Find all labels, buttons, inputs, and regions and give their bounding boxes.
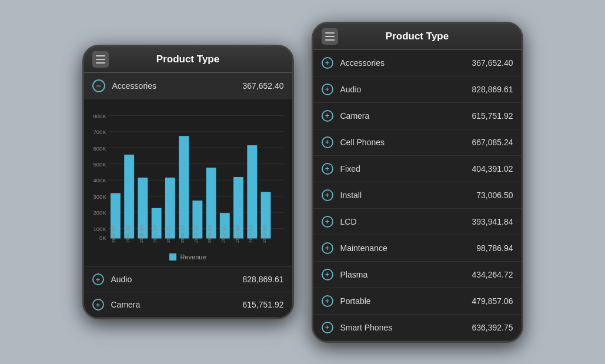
list-label-1: Audio (340, 85, 472, 94)
list-item[interactable]: + Cell Phones 667,085.24 (313, 129, 522, 156)
svg-text:2009 Q3: 2009 Q3 (193, 225, 198, 243)
panel2-header: Product Type (313, 24, 522, 50)
svg-text:0K: 0K (99, 235, 106, 241)
list-item[interactable]: + Accessories 367,652.40 (313, 50, 522, 76)
list-expand-icon-7[interactable]: + (322, 242, 333, 254)
list-value-6: 393,941.84 (472, 217, 513, 226)
panel2-device: Product Type + Accessories 367,652.40 + … (312, 22, 523, 343)
list-expand-icon-2[interactable]: + (322, 110, 333, 122)
list-value-7: 98,786.94 (476, 243, 513, 253)
svg-text:2009 Q2: 2009 Q2 (179, 225, 185, 243)
svg-text:800K: 800K (93, 113, 106, 119)
list-item[interactable]: + Maintenance 98,786.94 (313, 235, 522, 262)
list-label-3: Cell Phones (340, 138, 472, 147)
panel1-expanded-row[interactable]: − Accessories 367,652.40 (84, 73, 292, 99)
panel1-camera-row[interactable]: + Camera 615,751.92 (84, 292, 292, 318)
audio-value: 828,869.61 (242, 275, 283, 284)
svg-text:2010 Q4: 2010 Q4 (262, 225, 267, 243)
list-label-5: Install (340, 191, 477, 200)
list-item[interactable]: + Fixed 404,391.02 (313, 156, 522, 182)
list-value-4: 404,391.02 (472, 164, 513, 173)
svg-text:2008 Q1: 2008 Q1 (111, 225, 116, 243)
audio-expand-icon[interactable]: + (92, 273, 104, 285)
panel1-content: − Accessories 367,652.40 800K (84, 73, 292, 318)
list-label-2: Camera (340, 111, 472, 121)
svg-text:600K: 600K (93, 145, 106, 152)
list-expand-icon-6[interactable]: + (322, 216, 333, 228)
legend-color-box (169, 253, 176, 261)
audio-label: Audio (111, 275, 243, 284)
list-label-10: Smart Phones (340, 323, 472, 332)
chart-area: 800K 700K 600K 500K 400K 300K 200K 100K … (84, 99, 292, 267)
svg-text:2009 Q4: 2009 Q4 (207, 225, 212, 243)
list-label-7: Maintenance (340, 243, 477, 253)
svg-rect-22 (179, 136, 189, 238)
panel1-audio-row[interactable]: + Audio 828,869.61 (84, 267, 292, 292)
svg-text:400K: 400K (93, 177, 106, 183)
list-value-10: 636,392.75 (472, 323, 513, 332)
list-label-4: Fixed (340, 164, 472, 173)
svg-text:2009 Q1: 2009 Q1 (166, 225, 171, 243)
svg-text:2008 Q2: 2008 Q2 (125, 225, 130, 243)
svg-text:500K: 500K (93, 161, 106, 168)
list-label-6: LCD (340, 217, 472, 226)
list-value-5: 73,006.50 (476, 191, 513, 200)
chart-legend: Revenue (89, 251, 288, 264)
list-expand-icon-0[interactable]: + (322, 57, 333, 69)
list-item[interactable]: + LCD 393,941.84 (313, 209, 522, 235)
list-item[interactable]: + Camera 615,751.92 (313, 103, 522, 129)
camera-label: Camera (111, 300, 243, 309)
panel1-expanded-label: Accessories (112, 81, 243, 91)
panel1-title: Product Type (156, 54, 219, 65)
svg-text:2008 Q4: 2008 Q4 (152, 225, 158, 243)
list-expand-icon-3[interactable]: + (322, 136, 333, 148)
list-item[interactable]: + Portable 479,857.06 (313, 288, 522, 315)
panel2-menu-button[interactable] (322, 28, 338, 45)
list-expand-icon-9[interactable]: + (322, 295, 333, 307)
list-expand-icon-1[interactable]: + (322, 84, 333, 95)
chart-container: 800K 700K 600K 500K 400K 300K 200K 100K … (89, 104, 288, 251)
list-value-3: 667,085.24 (472, 138, 513, 147)
list-label-8: Plasma (340, 270, 472, 279)
list-item[interactable]: + Audio 828,869.61 (313, 76, 522, 103)
panel1-expanded-value: 367,652.40 (242, 81, 283, 91)
list-item[interactable]: + Install 73,006.50 (313, 182, 522, 209)
camera-expand-icon[interactable]: + (92, 299, 104, 310)
svg-text:2008 Q3: 2008 Q3 (138, 225, 143, 243)
chart-svg: 800K 700K 600K 500K 400K 300K 200K 100K … (89, 104, 288, 251)
list-value-2: 615,751.92 (472, 111, 513, 121)
list-value-1: 828,869.61 (472, 85, 513, 94)
list-expand-icon-5[interactable]: + (322, 189, 333, 201)
list-expand-icon-4[interactable]: + (322, 163, 333, 175)
list-label-9: Portable (340, 296, 472, 306)
svg-text:700K: 700K (93, 129, 106, 135)
list-label-0: Accessories (340, 58, 472, 68)
camera-value: 615,751.92 (242, 300, 283, 309)
svg-text:100K: 100K (93, 226, 106, 232)
panel1-device: Product Type − Accessories 367,652.40 (82, 45, 294, 319)
panel2-list: + Accessories 367,652.40 + Audio 828,869… (313, 50, 522, 341)
panel1-menu-button[interactable] (92, 51, 109, 68)
svg-text:200K: 200K (93, 209, 106, 216)
list-expand-icon-10[interactable]: + (322, 322, 333, 333)
svg-text:300K: 300K (93, 193, 106, 200)
list-expand-icon-8[interactable]: + (322, 269, 333, 280)
list-item[interactable]: + Plasma 434,264.72 (313, 262, 522, 288)
svg-text:2010 Q1: 2010 Q1 (220, 225, 226, 243)
legend-label: Revenue (180, 253, 206, 261)
svg-text:2010 Q3: 2010 Q3 (248, 225, 253, 243)
list-value-9: 479,857.06 (472, 296, 513, 306)
panel1-header: Product Type (84, 46, 292, 73)
collapse-icon[interactable]: − (92, 79, 105, 92)
panel2-title: Product Type (386, 31, 449, 42)
list-value-0: 367,652.40 (472, 58, 513, 68)
list-value-8: 434,264.72 (472, 270, 513, 279)
svg-text:2010 Q2: 2010 Q2 (234, 225, 239, 243)
list-item[interactable]: + Smart Phones 636,392.75 (313, 315, 522, 341)
